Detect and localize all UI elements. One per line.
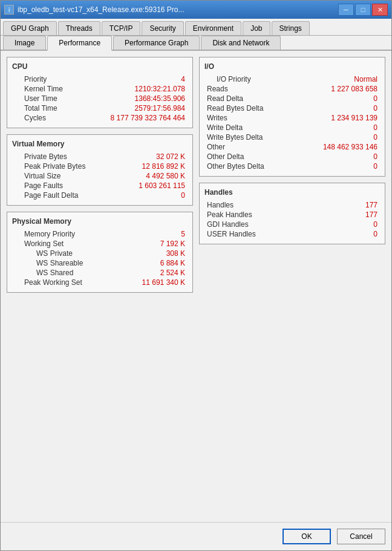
main-window: i ibp_oledb_test-vc17_x64_Release.exe:59… [0, 0, 392, 551]
virtual-size-row: Virtual Size 4 492 580 K [12, 171, 188, 181]
footer: OK Cancel [1, 522, 391, 550]
peak-private-bytes-row: Peak Private Bytes 12 816 892 K [12, 161, 188, 171]
io-read-bytes-delta-row: Read Bytes Delta 0 [204, 103, 380, 113]
maximize-button[interactable]: □ [355, 4, 371, 16]
left-panel: CPU Priority 4 Kernel Time 1210:32:21.07… [7, 57, 193, 516]
tab-tcpip[interactable]: TCP/IP [102, 21, 141, 35]
io-other-bytes-delta-row: Other Bytes Delta 0 [204, 161, 380, 171]
tab-job[interactable]: Job [243, 21, 270, 35]
handles-section-title: Handles [204, 188, 380, 197]
cpu-cycles-row: Cycles 8 177 739 323 764 464 [12, 113, 188, 123]
memory-priority-row: Memory Priority 5 [12, 229, 188, 239]
content-area: CPU Priority 4 Kernel Time 1210:32:21.07… [1, 51, 391, 522]
right-panel: I/O I/O Priority Normal Reads 1 227 083 … [199, 57, 385, 516]
virtual-memory-section: Virtual Memory Private Bytes 32 072 K Pe… [7, 134, 193, 206]
cpu-section-title: CPU [12, 62, 188, 71]
handles-section: Handles Handles 177 Peak Handles 177 GDI… [199, 183, 385, 244]
io-write-delta-row: Write Delta 0 [204, 123, 380, 132]
physical-memory-title: Physical Memory [12, 217, 188, 226]
tab-performance-graph[interactable]: Performance Graph [113, 36, 200, 50]
io-section-title: I/O [204, 62, 380, 71]
tab-security[interactable]: Security [142, 21, 183, 35]
minimize-button[interactable]: ─ [338, 4, 354, 16]
tab-strings[interactable]: Strings [272, 21, 310, 35]
user-handles-row: USER Handles 0 [204, 229, 380, 239]
tab-environment[interactable]: Environment [185, 21, 241, 35]
peak-handles-row: Peak Handles 177 [204, 210, 380, 220]
page-fault-delta-row: Page Fault Delta 0 [12, 191, 188, 200]
io-other-row: Other 148 462 933 146 [204, 142, 380, 152]
io-priority-row: I/O Priority Normal [204, 74, 380, 84]
physical-memory-section: Physical Memory Memory Priority 5 Workin… [7, 212, 193, 293]
tab-row-1: GPU Graph Threads TCP/IP Security Enviro… [1, 19, 391, 36]
tab-gpu-graph[interactable]: GPU Graph [3, 21, 57, 35]
io-write-bytes-delta-row: Write Bytes Delta 0 [204, 132, 380, 142]
ws-private-row: WS Private 308 K [12, 249, 188, 258]
io-reads-row: Reads 1 227 083 658 [204, 84, 380, 94]
cpu-user-time-row: User Time 1368:45:35.906 [12, 94, 188, 103]
window-title: ibp_oledb_test-vc17_x64_Release.exe:5931… [18, 5, 338, 14]
tab-disk-and-network[interactable]: Disk and Network [201, 36, 281, 50]
close-button[interactable]: ✕ [372, 4, 388, 16]
working-set-row: Working Set 7 192 K [12, 239, 188, 249]
handles-row: Handles 177 [204, 200, 380, 210]
ws-shareable-row: WS Shareable 6 884 K [12, 258, 188, 268]
cpu-total-time-row: Total Time 2579:17:56.984 [12, 103, 188, 113]
app-icon: i [4, 5, 14, 15]
io-other-delta-row: Other Delta 0 [204, 152, 380, 161]
tab-threads[interactable]: Threads [58, 21, 100, 35]
page-faults-row: Page Faults 1 603 261 115 [12, 181, 188, 191]
tab-row-2: Image Performance Performance Graph Disk… [1, 36, 391, 51]
io-writes-row: Writes 1 234 913 139 [204, 113, 380, 123]
title-bar: i ibp_oledb_test-vc17_x64_Release.exe:59… [1, 1, 391, 19]
io-section: I/O I/O Priority Normal Reads 1 227 083 … [199, 57, 385, 177]
cpu-section: CPU Priority 4 Kernel Time 1210:32:21.07… [7, 57, 193, 128]
gdi-handles-row: GDI Handles 0 [204, 220, 380, 229]
tab-image[interactable]: Image [3, 36, 46, 50]
cancel-button[interactable]: Cancel [337, 529, 385, 544]
peak-working-set-row: Peak Working Set 11 691 340 K [12, 278, 188, 287]
ok-button[interactable]: OK [283, 529, 331, 544]
window-controls: ─ □ ✕ [338, 4, 388, 16]
virtual-memory-title: Virtual Memory [12, 140, 188, 148]
io-read-delta-row: Read Delta 0 [204, 94, 380, 103]
tab-performance[interactable]: Performance [47, 36, 112, 51]
private-bytes-row: Private Bytes 32 072 K [12, 152, 188, 161]
cpu-priority-row: Priority 4 [12, 74, 188, 84]
cpu-kernel-time-row: Kernel Time 1210:32:21.078 [12, 84, 188, 94]
ws-shared-row: WS Shared 2 524 K [12, 268, 188, 278]
